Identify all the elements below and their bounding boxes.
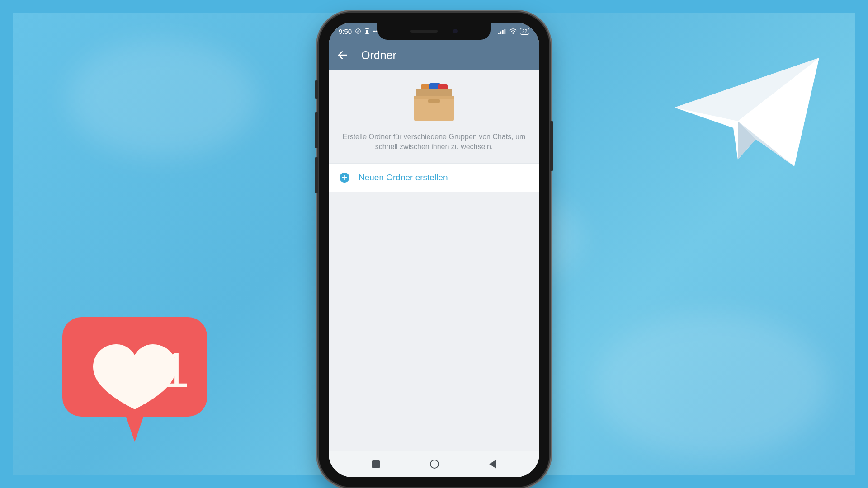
svg-rect-9	[366, 30, 368, 33]
battery-icon: 22	[520, 28, 529, 35]
svg-rect-11	[500, 31, 501, 34]
svg-rect-19	[416, 89, 452, 97]
phone-mockup: 9:50 •••	[319, 13, 549, 487]
svg-line-7	[357, 30, 360, 33]
telegram-plane-icon	[670, 44, 824, 180]
do-not-disturb-icon	[355, 28, 361, 34]
decorative-cloud	[593, 313, 828, 457]
hero-section: Erstelle Ordner für verschiedene Gruppen…	[329, 70, 539, 163]
sim-icon	[364, 28, 370, 34]
nav-recent-button[interactable]	[372, 460, 380, 468]
folder-box-icon	[411, 83, 457, 124]
svg-rect-13	[504, 29, 505, 34]
create-folder-button[interactable]: Neuen Ordner erstellen	[329, 163, 539, 192]
svg-rect-10	[498, 33, 500, 34]
decorative-cloud	[67, 40, 257, 157]
plus-circle-icon	[340, 173, 349, 183]
signal-icon	[498, 28, 506, 34]
phone-notch	[377, 23, 491, 40]
create-folder-label: Neuen Ordner erstellen	[359, 173, 448, 183]
svg-point-14	[513, 32, 514, 33]
svg-rect-22	[428, 99, 440, 103]
app-bar: Ordner	[329, 40, 539, 70]
nav-back-button[interactable]	[489, 460, 496, 469]
nav-home-button[interactable]	[430, 460, 439, 469]
svg-rect-21	[414, 96, 454, 99]
hero-description: Erstelle Ordner für verschiedene Gruppen…	[342, 132, 526, 152]
page-title: Ordner	[361, 49, 396, 62]
svg-marker-5	[126, 416, 144, 442]
back-button[interactable]	[337, 49, 349, 61]
content-area: Erstelle Ordner für verschiedene Gruppen…	[329, 70, 539, 192]
like-badge: 1	[58, 313, 212, 448]
background-panel: 1 9:50	[13, 13, 855, 475]
wifi-icon	[509, 28, 517, 34]
svg-rect-12	[502, 30, 504, 34]
like-count-text: 1	[161, 342, 189, 398]
phone-screen: 9:50 •••	[329, 23, 539, 477]
android-nav-bar	[329, 451, 539, 477]
status-time: 9:50	[339, 28, 352, 35]
